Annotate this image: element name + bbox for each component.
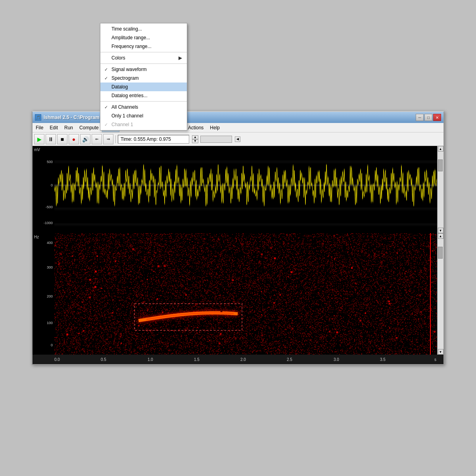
menu-compute[interactable]: Compute xyxy=(76,123,102,132)
menu-signal-waveform[interactable]: ✓ Signal waveform xyxy=(100,65,187,74)
scroll-bar-h[interactable] xyxy=(200,136,232,143)
menu-label: Signal waveform xyxy=(111,67,147,72)
x-tick-35: 3.5 xyxy=(380,357,386,362)
menu-label: All Channels xyxy=(111,104,138,110)
scroll-arrows-right: ▲ ▼ xyxy=(192,135,198,143)
waveform-tick-500: 500 xyxy=(47,160,53,164)
spec-tick-0: 0 xyxy=(51,343,53,347)
spec-tick-100: 100 xyxy=(47,321,53,325)
spectrogram-scroll: ▲ ▼ xyxy=(437,233,443,355)
view-dropdown-menu: Time scaling... Amplitude range... Frequ… xyxy=(100,23,187,131)
scroll-down-arrow[interactable]: ▼ xyxy=(192,139,198,143)
x-tick-10: 1.0 xyxy=(148,357,153,362)
x-tick-20: 2.0 xyxy=(240,357,246,362)
menu-label: Channel 1 xyxy=(111,122,133,127)
waveform-scroll-track xyxy=(438,152,443,228)
close-button[interactable]: ✕ xyxy=(433,114,441,121)
menu-only-1-channel[interactable]: Only 1 channel xyxy=(100,111,187,120)
x-tick-0: 0.0 xyxy=(54,357,60,362)
waveform-scroll: ▲ ▼ xyxy=(437,146,443,233)
check-channel-1: ✓ xyxy=(104,122,108,127)
menu-all-channels[interactable]: ✓ All Channels xyxy=(100,103,187,111)
play-button[interactable]: ▶ xyxy=(34,134,44,144)
application-window: 🎵 Ishmael 2.5 - C:\Program Files (x86)\I… xyxy=(32,111,444,365)
app-icon: 🎵 xyxy=(35,114,41,121)
waveform-scroll-down[interactable]: ▼ xyxy=(438,228,443,233)
waveform-tick-n500: -500 xyxy=(46,205,53,209)
stop-button[interactable]: ■ xyxy=(57,134,67,144)
spec-tick-300: 300 xyxy=(47,265,53,269)
waveform-display[interactable] xyxy=(54,146,437,233)
menu-file[interactable]: File xyxy=(33,123,46,132)
pause-button[interactable]: ⏸ xyxy=(46,134,56,144)
spec-tick-200: 200 xyxy=(47,294,53,298)
record-button[interactable]: ● xyxy=(69,134,79,144)
spec-tick-400: 400 xyxy=(47,241,53,245)
menu-label: Amplitude range... xyxy=(111,35,150,40)
toolbar-sep xyxy=(115,135,116,143)
spec-scroll-up[interactable]: ▲ xyxy=(438,233,443,239)
waveform-y-unit: mV xyxy=(34,148,40,152)
menu-label: Frequency range... xyxy=(111,44,152,49)
menu-actions[interactable]: Actions xyxy=(185,123,207,132)
x-tick-30: 3.0 xyxy=(334,357,339,362)
waveform-render xyxy=(54,146,437,233)
menu-channel-1[interactable]: ✓ Channel 1 xyxy=(100,120,187,129)
waveform-canvas xyxy=(54,146,437,233)
main-content: mV 500 0 -500 -1000 xyxy=(33,146,443,364)
menu-datalog[interactable]: Datalog xyxy=(100,83,187,91)
spectrogram-canvas xyxy=(54,233,437,355)
check-signal-waveform: ✓ xyxy=(104,67,108,72)
menu-sep-2 xyxy=(100,63,187,64)
spec-scroll-down[interactable]: ▼ xyxy=(438,349,443,355)
spec-scroll-thumb[interactable] xyxy=(438,247,443,259)
spectrogram-display[interactable] xyxy=(54,233,437,355)
x-tick-05: 0.5 xyxy=(101,357,106,362)
check-all-channels: ✓ xyxy=(104,105,108,110)
menu-label: Datalog entries... xyxy=(111,93,148,98)
menu-label: Colors xyxy=(111,55,125,61)
menu-sep-3 xyxy=(100,101,187,102)
menu-time-scaling[interactable]: Time scaling... xyxy=(100,25,187,33)
menu-label: Only 1 channel xyxy=(111,113,143,119)
menu-amplitude-range[interactable]: Amplitude range... xyxy=(100,33,187,42)
menu-datalog-entries[interactable]: Datalog entries... xyxy=(100,91,187,100)
submenu-arrow: ▶ xyxy=(178,55,182,61)
menu-help[interactable]: Help xyxy=(207,123,223,132)
spec-scroll-track xyxy=(438,239,443,349)
waveform-tick-n1000: -1000 xyxy=(44,221,53,225)
menu-bar: File Edit Run Compute View Record Detect… xyxy=(33,123,443,132)
nav-fwd-button[interactable]: ⇒ xyxy=(103,134,113,144)
spectrogram-y-axis: Hz 400 300 200 100 0 xyxy=(33,233,54,355)
speaker-button[interactable]: 🔊 xyxy=(80,134,90,144)
menu-spectrogram[interactable]: ✓ Spectrogram xyxy=(100,74,187,83)
menu-run[interactable]: Run xyxy=(61,123,76,132)
menu-edit[interactable]: Edit xyxy=(46,123,61,132)
menu-label: Time scaling... xyxy=(111,26,142,32)
waveform-tick-0: 0 xyxy=(51,183,53,187)
x-tick-25: 2.5 xyxy=(287,357,292,362)
x-tick-15: 1.5 xyxy=(194,357,200,362)
menu-frequency-range[interactable]: Frequency range... xyxy=(100,42,187,51)
waveform-scroll-thumb[interactable] xyxy=(438,159,443,171)
menu-label: Spectrogram xyxy=(111,75,139,81)
scroll-up-arrow[interactable]: ▲ xyxy=(192,135,198,139)
x-axis: 0.0 0.5 1.0 1.5 2.0 2.5 3.0 3.5 s xyxy=(33,355,443,364)
status-display: Time: 0.555 Amp: 0.975 xyxy=(118,135,189,144)
x-tick-unit: s xyxy=(434,357,436,362)
window-controls: ─ □ ✕ xyxy=(416,114,441,121)
menu-label: Datalog xyxy=(111,84,128,90)
waveform-panel: mV 500 0 -500 -1000 xyxy=(33,146,443,233)
playhead-line xyxy=(430,233,431,355)
waveform-scroll-up[interactable]: ▲ xyxy=(438,146,443,152)
nav-back-button[interactable]: ⇐ xyxy=(92,134,102,144)
menu-colors[interactable]: Colors ▶ xyxy=(100,54,187,62)
title-bar: 🎵 Ishmael 2.5 - C:\Program Files (x86)\I… xyxy=(33,112,443,123)
scroll-left-arrow[interactable]: ◀ xyxy=(235,136,240,142)
spectrogram-panel: Hz 400 300 200 100 0 ▲ xyxy=(33,233,443,355)
minimize-button[interactable]: ─ xyxy=(416,114,424,121)
check-spectrogram: ✓ xyxy=(104,76,108,81)
toolbar: ▶ ⏸ ■ ● 🔊 ⇐ ⇒ Time: 0.555 Amp: 0.975 ▲ ▼… xyxy=(33,132,443,146)
scroll-arrows-h: ◀ xyxy=(235,136,240,142)
maximize-button[interactable]: □ xyxy=(424,114,432,121)
